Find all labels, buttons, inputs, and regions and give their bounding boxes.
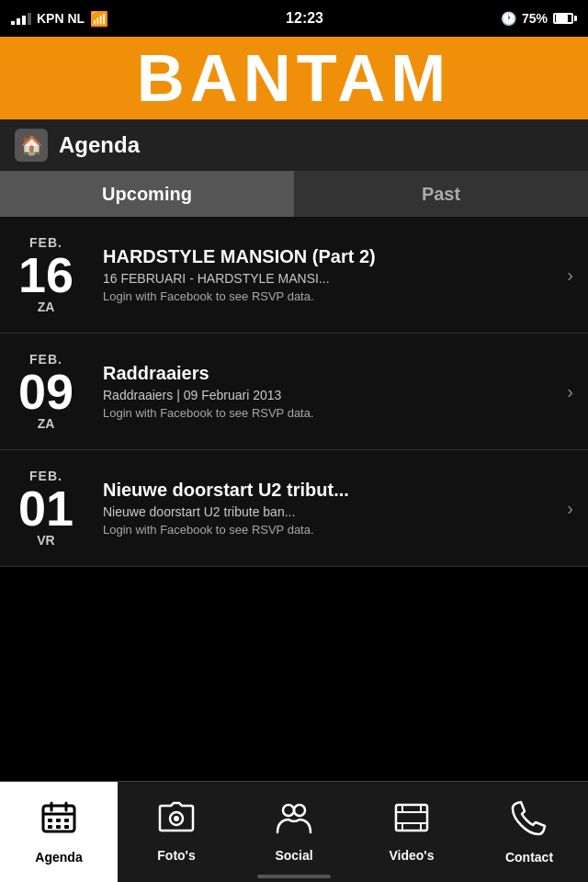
nav-item-social[interactable]: Social [235,782,353,882]
nav-item-photos[interactable]: Foto's [118,782,235,882]
event-weekday: VR [37,533,54,548]
event-rsvp: Login with Facebook to see RSVP data. [103,406,556,420]
svg-rect-9 [64,825,69,829]
event-subtitle: Nieuwe doorstart U2 tribute ban... [103,504,556,519]
film-icon [393,801,430,842]
nav-label-social: Social [275,848,312,863]
event-date-box: FEB. 01 VR [0,461,92,555]
status-right: 🕐 75% [501,11,577,26]
event-details: HARDSTYLE MANSION (Part 2) 16 FEBRUARI -… [92,228,567,322]
svg-rect-8 [56,825,61,829]
event-title: Nieuwe doorstart U2 tribut... [103,480,556,501]
home-icon[interactable]: 🏠 [15,129,48,162]
event-subtitle: 16 FEBRUARI - HARDSTYLE MANSI... [103,271,556,286]
event-date-box: FEB. 09 ZA [0,345,92,438]
svg-rect-7 [48,825,52,829]
agenda-title-bar: 🏠 Agenda [0,119,588,171]
event-weekday: ZA [38,416,55,431]
battery-percent: 75% [522,11,548,26]
event-day: 16 [18,250,74,300]
battery-icon [553,13,577,24]
svg-rect-5 [56,819,61,822]
event-date-box: FEB. 16 ZA [0,228,92,322]
tab-past[interactable]: Past [294,171,588,217]
chevron-right-icon: › [567,228,588,322]
nav-label-photos: Foto's [157,848,195,863]
event-rsvp: Login with Facebook to see RSVP data. [103,289,556,303]
svg-point-12 [283,805,294,816]
clock-icon: 🕐 [501,11,516,26]
nav-label-agenda: Agenda [35,850,82,865]
clock: 12:23 [286,10,323,27]
event-day: 09 [18,367,74,416]
event-title: Raddraaiers [103,363,556,384]
event-details: Nieuwe doorstart U2 tribut... Nieuwe doo… [92,461,567,555]
carrier-label: KPN NL [37,11,85,26]
list-item[interactable]: FEB. 09 ZA Raddraaiers Raddraaiers | 09 … [0,334,588,450]
event-weekday: ZA [38,300,55,314]
nav-label-contact: Contact [505,850,553,865]
list-item[interactable]: FEB. 01 VR Nieuwe doorstart U2 tribut...… [0,450,588,567]
chevron-right-icon: › [567,461,588,555]
event-subtitle: Raddraaiers | 09 Februari 2013 [103,388,556,402]
svg-rect-4 [48,819,52,822]
list-item[interactable]: FEB. 16 ZA HARDSTYLE MANSION (Part 2) 16… [0,217,588,334]
nav-item-videos[interactable]: Video's [353,782,470,882]
app-title: BANTAM [137,40,452,116]
svg-point-13 [294,805,305,816]
nav-label-videos: Video's [390,848,435,863]
event-rsvp: Login with Facebook to see RSVP data. [103,523,556,537]
phone-icon [511,799,548,844]
camera-icon [158,801,195,842]
section-title: Agenda [59,132,140,158]
calendar-icon [40,799,77,844]
chevron-right-icon: › [567,345,588,438]
svg-rect-6 [64,819,69,822]
nav-item-agenda[interactable]: Agenda [0,782,118,882]
wifi-icon: 📶 [90,10,108,28]
app-header: BANTAM [0,37,588,119]
tab-upcoming[interactable]: Upcoming [0,171,294,217]
event-list: FEB. 16 ZA HARDSTYLE MANSION (Part 2) 16… [0,217,588,567]
status-left: KPN NL 📶 [11,10,108,28]
signal-icon [11,13,31,25]
people-icon [276,801,312,842]
svg-point-11 [174,816,179,821]
tabs-container: Upcoming Past [0,171,588,217]
nav-item-contact[interactable]: Contact [470,782,588,882]
event-details: Raddraaiers Raddraaiers | 09 Februari 20… [92,345,567,438]
event-title: HARDSTYLE MANSION (Part 2) [103,246,556,267]
home-indicator [257,875,331,878]
event-day: 01 [18,483,74,533]
bottom-nav: Agenda Foto's Social [0,781,588,882]
svg-rect-14 [396,805,427,831]
status-bar: KPN NL 📶 12:23 🕐 75% [0,0,588,37]
